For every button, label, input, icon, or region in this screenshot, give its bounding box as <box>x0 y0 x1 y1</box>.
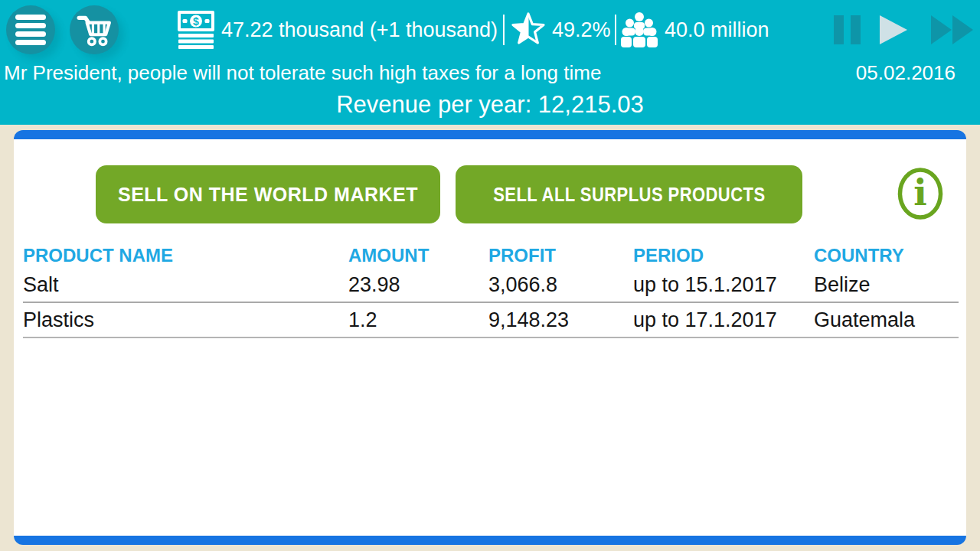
cell-period: up to 17.1.2017 <box>633 308 814 332</box>
world-market-panel: SELL ON THE WORLD MARKET SELL ALL SURPLU… <box>14 130 966 545</box>
svg-text:$: $ <box>193 15 199 28</box>
cell-profit: 9,148.23 <box>488 308 633 332</box>
table-row[interactable]: Plastics 1.2 9,148.23 up to 17.1.2017 Gu… <box>14 308 966 332</box>
cell-product: Plastics <box>23 308 348 332</box>
table-row-divider <box>23 302 959 303</box>
cell-amount: 23.98 <box>348 273 488 297</box>
table-row-divider <box>23 337 959 338</box>
pause-button[interactable] <box>834 0 861 60</box>
col-period: PERIOD <box>633 245 814 266</box>
cell-amount: 1.2 <box>348 308 488 332</box>
info-button[interactable]: i <box>897 167 944 220</box>
status-row: Mr President, people will not tolerate s… <box>0 61 980 86</box>
approval-stat: 49.2% <box>511 0 611 60</box>
top-bar: $ 47.22 thousand (+1 thousand) 49.2% <box>0 0 980 125</box>
cart-icon <box>77 12 112 47</box>
info-icon: i <box>897 167 944 220</box>
revenue-per-year: Revenue per year: 12,215.03 <box>0 91 980 119</box>
game-screen: $ 47.22 thousand (+1 thousand) 49.2% <box>0 0 980 551</box>
table-row[interactable]: Salt 23.98 3,066.8 up to 15.1.2017 Beliz… <box>14 273 966 297</box>
topbar-divider <box>503 15 505 45</box>
sell-all-surplus-label: SELL ALL SURPLUS PRODUCTS <box>493 184 765 206</box>
topbar-divider <box>615 15 616 45</box>
col-amount: AMOUNT <box>348 245 488 266</box>
pause-icon <box>834 15 861 44</box>
population-icon <box>620 11 658 48</box>
money-icon: $ <box>177 10 215 50</box>
sell-all-surplus-button[interactable]: SELL ALL SURPLUS PRODUCTS <box>456 165 802 223</box>
svg-text:i: i <box>913 172 926 214</box>
market-cart-button[interactable] <box>70 5 119 54</box>
approval-value: 49.2% <box>552 18 611 42</box>
play-icon <box>879 15 910 45</box>
advisor-message: Mr President, people will not tolerate s… <box>4 61 601 85</box>
col-country: COUNTRY <box>814 245 959 266</box>
cell-period: up to 15.1.2017 <box>633 273 814 297</box>
treasury-value: 47.22 thousand (+1 thousand) <box>221 18 498 42</box>
menu-button[interactable] <box>6 5 55 54</box>
hamburger-icon <box>15 15 46 45</box>
cell-product: Salt <box>23 273 348 297</box>
play-button[interactable] <box>879 0 910 60</box>
cell-profit: 3,066.8 <box>488 273 633 297</box>
sell-world-market-button[interactable]: SELL ON THE WORLD MARKET <box>96 165 440 223</box>
fast-forward-button[interactable] <box>931 0 974 60</box>
fast-forward-icon <box>931 15 974 44</box>
population-value: 40.0 million <box>665 18 769 42</box>
table-header-row: PRODUCT NAME AMOUNT PROFIT PERIOD COUNTR… <box>14 245 966 266</box>
population-stat: 40.0 million <box>620 0 769 60</box>
col-profit: PROFIT <box>488 245 633 266</box>
half-star-icon <box>511 12 546 47</box>
cell-country: Belize <box>814 273 959 297</box>
col-product-name: PRODUCT NAME <box>23 245 348 266</box>
cell-country: Guatemala <box>814 308 959 332</box>
treasury-stat: $ 47.22 thousand (+1 thousand) <box>177 0 498 60</box>
game-date: 05.02.2016 <box>856 61 956 85</box>
